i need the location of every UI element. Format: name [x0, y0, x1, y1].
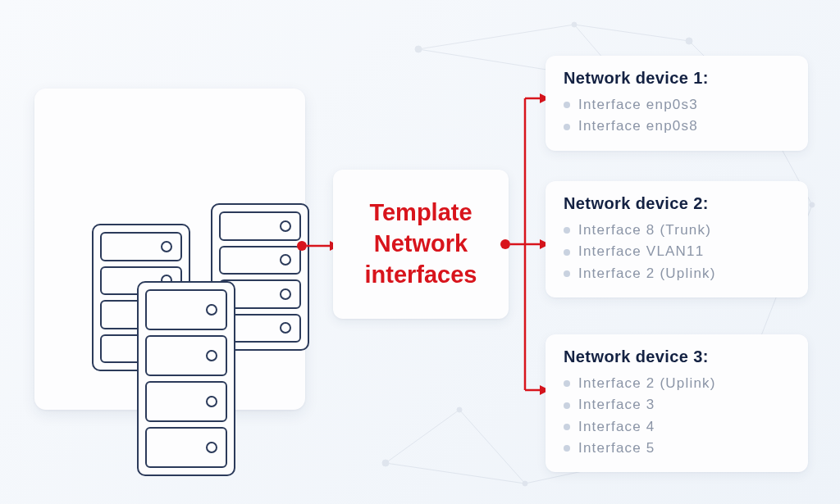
interface-item: Interface 2 (Uplink) [564, 263, 792, 284]
device-title: Network device 1: [564, 69, 792, 88]
device-title: Network device 2: [564, 194, 792, 213]
interface-item: Interface 5 [564, 438, 792, 459]
network-device-card-2: Network device 2: Interface 8 (Trunk) In… [546, 181, 808, 297]
interface-item: Interface 8 (Trunk) [564, 220, 792, 241]
interface-item: Interface enp0s3 [564, 94, 792, 116]
network-device-card-1: Network device 1: Interface enp0s3 Inter… [546, 56, 808, 151]
interface-item: Interface enp0s8 [564, 116, 792, 137]
server-rack-icon [137, 281, 235, 476]
diagram-container: Template Network interfaces Network devi… [0, 0, 840, 504]
server-cluster-card [34, 89, 305, 410]
interface-item: Interface 2 (Uplink) [564, 373, 792, 394]
interface-item: Interface VLAN11 [564, 241, 792, 262]
template-label: Template Network interfaces [364, 198, 477, 290]
interface-item: Interface 3 [564, 394, 792, 415]
interface-item: Interface 4 [564, 416, 792, 438]
template-card: Template Network interfaces [333, 170, 509, 319]
device-title: Network device 3: [564, 347, 792, 366]
network-device-card-3: Network device 3: Interface 2 (Uplink) I… [546, 334, 808, 472]
